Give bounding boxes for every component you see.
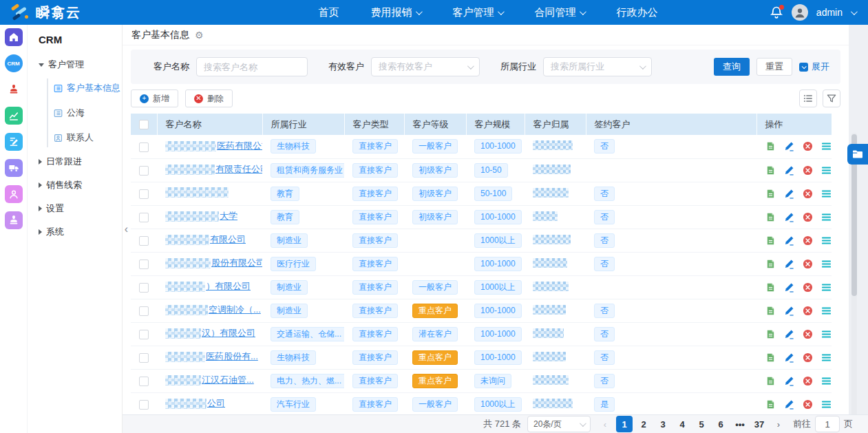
delete-icon[interactable] — [802, 165, 813, 176]
customer-name-link[interactable]: ）有限公司 — [165, 280, 251, 293]
edit-icon[interactable] — [783, 352, 794, 363]
gear-icon[interactable]: ⚙ — [195, 30, 204, 41]
nav-item-首页[interactable]: 首页 — [318, 6, 339, 19]
edit-icon[interactable] — [783, 282, 794, 293]
menu-icon[interactable] — [821, 165, 832, 176]
delete-icon[interactable] — [802, 328, 813, 339]
rail-stamp-icon[interactable] — [5, 81, 23, 98]
folder-quick-tab[interactable] — [847, 144, 868, 165]
tree-parent-设置[interactable]: 设置 — [28, 197, 122, 220]
doc-icon[interactable] — [765, 188, 776, 199]
add-button[interactable]: + 新增 — [131, 89, 178, 107]
edit-icon[interactable] — [783, 305, 794, 316]
doc-icon[interactable] — [765, 399, 776, 410]
delete-icon[interactable] — [802, 211, 813, 222]
menu-icon[interactable] — [821, 328, 832, 339]
edit-icon[interactable] — [783, 188, 794, 199]
row-checkbox[interactable] — [139, 330, 149, 339]
filter-input-客户名称[interactable] — [196, 57, 308, 76]
delete-button[interactable]: ✕ 删除 — [185, 89, 233, 107]
customer-name-link[interactable]: 有限公司 — [165, 233, 246, 246]
table-scrollbar[interactable] — [851, 133, 857, 433]
menu-icon[interactable] — [821, 305, 832, 316]
delete-icon[interactable] — [802, 305, 813, 316]
expand-link[interactable]: 展开 — [799, 61, 829, 73]
doc-icon[interactable] — [765, 258, 776, 269]
edit-icon[interactable] — [783, 165, 794, 176]
edit-icon[interactable] — [783, 375, 794, 386]
page-button-•••[interactable]: ••• — [732, 416, 748, 432]
filter-select-所属行业[interactable]: 搜索所属行业 — [543, 57, 652, 76]
menu-icon[interactable] — [821, 352, 832, 363]
row-checkbox[interactable] — [139, 189, 149, 199]
menu-icon[interactable] — [821, 211, 832, 222]
customer-name-link[interactable]: 汉）有限公司 — [165, 327, 255, 339]
tree-item-客户基本信息[interactable]: 客户基本信息 — [54, 76, 122, 101]
nav-item-合同管理[interactable]: 合同管理 — [534, 6, 584, 19]
delete-icon[interactable] — [802, 399, 813, 410]
customer-name-link[interactable]: 大学 — [165, 210, 237, 222]
customer-name-link[interactable] — [165, 187, 229, 198]
tree-parent-客户管理[interactable]: 客户管理 — [28, 54, 122, 76]
tree-parent-系统[interactable]: 系统 — [28, 220, 122, 244]
row-checkbox[interactable] — [139, 377, 149, 386]
menu-icon[interactable] — [821, 375, 832, 386]
doc-icon[interactable] — [765, 165, 776, 176]
row-checkbox[interactable] — [139, 142, 149, 152]
page-button-5[interactable]: 5 — [693, 416, 710, 432]
menu-icon[interactable] — [821, 282, 832, 293]
search-button[interactable]: 查询 — [714, 58, 750, 76]
delete-icon[interactable] — [802, 375, 813, 386]
page-button-37[interactable]: 37 — [751, 416, 768, 432]
customer-name-link[interactable]: 医药股份有... — [165, 350, 258, 363]
user-menu-chevron-down-icon[interactable] — [851, 8, 858, 15]
menu-icon[interactable] — [821, 258, 832, 269]
prev-page-button[interactable]: ‹ — [597, 416, 613, 432]
doc-icon[interactable] — [765, 282, 776, 293]
row-checkbox[interactable] — [139, 306, 149, 316]
customer-name-link[interactable]: 空调制冷（... — [165, 304, 261, 316]
edit-icon[interactable] — [783, 211, 794, 222]
delete-icon[interactable] — [802, 235, 813, 246]
doc-icon[interactable] — [765, 235, 776, 246]
rail-edit-note-icon[interactable] — [5, 133, 23, 151]
rail-stamp-icon[interactable] — [5, 211, 23, 229]
rail-person-icon[interactable] — [5, 185, 23, 203]
customer-name-link[interactable]: 江汉石油管... — [165, 374, 254, 386]
page-button-2[interactable]: 2 — [635, 416, 652, 432]
edit-icon[interactable] — [783, 258, 794, 269]
delete-icon[interactable] — [802, 352, 813, 363]
row-checkbox[interactable] — [139, 166, 149, 176]
rail-truck-icon[interactable] — [5, 159, 23, 177]
doc-icon[interactable] — [765, 141, 776, 152]
delete-icon[interactable] — [802, 188, 813, 199]
delete-icon[interactable] — [802, 141, 813, 152]
column-list-icon[interactable] — [799, 89, 817, 107]
tree-item-联系人[interactable]: 联系人 — [54, 125, 122, 150]
filter-funnel-icon[interactable] — [823, 89, 840, 107]
menu-icon[interactable] — [821, 235, 832, 246]
doc-icon[interactable] — [765, 375, 776, 386]
reset-button[interactable]: 重置 — [756, 58, 792, 76]
edit-icon[interactable] — [783, 141, 794, 152]
customer-name-link[interactable]: 有限责任公司 — [165, 163, 262, 176]
delete-icon[interactable] — [802, 258, 813, 269]
menu-icon[interactable] — [821, 399, 832, 410]
doc-icon[interactable] — [765, 352, 776, 363]
nav-item-行政办公[interactable]: 行政办公 — [616, 6, 657, 19]
customer-name-link[interactable]: 股份有限公司 — [165, 257, 262, 269]
row-checkbox[interactable] — [139, 353, 149, 363]
delete-icon[interactable] — [802, 282, 813, 293]
menu-icon[interactable] — [821, 188, 832, 199]
goto-page-input[interactable] — [815, 416, 840, 432]
page-button-6[interactable]: 6 — [712, 416, 729, 432]
row-checkbox[interactable] — [139, 236, 149, 246]
row-checkbox[interactable] — [139, 213, 149, 222]
filter-select-有效客户[interactable]: 搜索有效客户 — [371, 57, 480, 76]
select-all-checkbox[interactable] — [139, 120, 149, 129]
doc-icon[interactable] — [765, 328, 776, 339]
nav-item-费用报销[interactable]: 费用报销 — [370, 6, 421, 19]
customer-name-link[interactable]: 公司 — [165, 397, 225, 410]
edit-icon[interactable] — [783, 235, 794, 246]
edit-icon[interactable] — [783, 399, 794, 410]
